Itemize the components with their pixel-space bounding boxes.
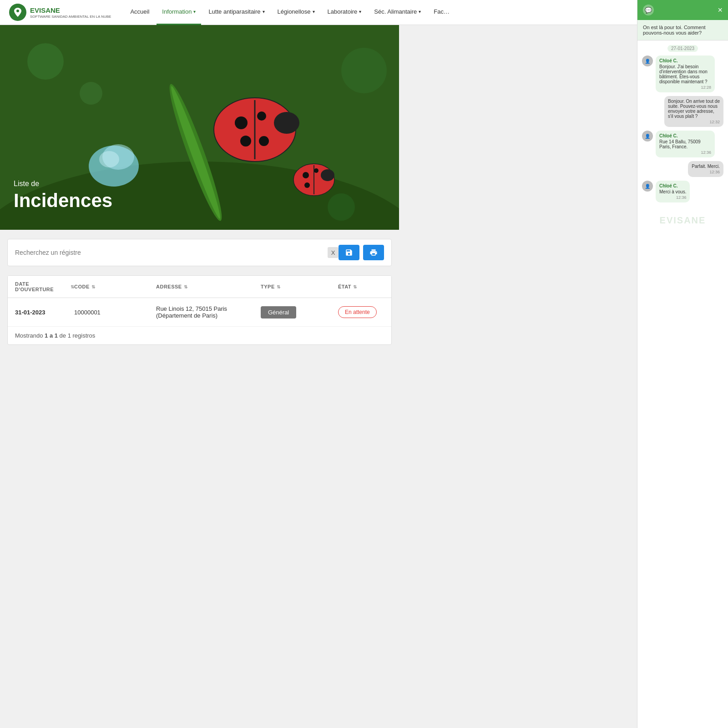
footer-text-prefix: Mostrando [15, 332, 45, 339]
nav-links: Accueil Information ▾ Lutte antiparasita… [125, 0, 455, 25]
state-badge: En attente [338, 306, 377, 318]
chat-text-5: Merci à vous. [659, 189, 686, 194]
print-button[interactable] [363, 245, 384, 260]
chat-text-3: Rue 14 Ballu, 75009 Paris, France. [659, 139, 711, 149]
main-content: X DATE D'OUVERTURE ⇅ [0, 230, 399, 354]
chat-text-1: Bonjour. J'ai besoin d'intervention dans… [659, 64, 711, 84]
page-wrapper: EVISANE SOFTWARE SANIDAD AMBIENTAL EN LA… [0, 0, 637, 354]
nav-item-legionellose[interactable]: Légionellose ▾ [272, 0, 320, 25]
col-header-date[interactable]: DATE D'OUVERTURE ⇅ [15, 281, 74, 292]
svg-point-14 [259, 136, 269, 146]
search-input[interactable] [15, 249, 324, 256]
chat-time-1: 12:28 [659, 85, 711, 90]
chat-message-1: 👤 Chloé C. Bonjour. J'ai besoin d'interv… [642, 56, 723, 92]
incidences-table: DATE D'OUVERTURE ⇅ CODE ⇅ ADRESSE ⇅ TYPE… [7, 275, 392, 345]
brand-name: EVISANE [30, 6, 60, 14]
chat-watermark: EVISANE [642, 215, 723, 226]
chat-text-2: Bonjour. On arrive tout de suite. Pouvez… [668, 99, 720, 119]
table-header: DATE D'OUVERTURE ⇅ CODE ⇅ ADRESSE ⇅ TYPE… [8, 276, 391, 298]
chat-sender-3: Chloé C. [659, 133, 711, 138]
logo: EVISANE SOFTWARE SANIDAD AMBIENTAL EN LA… [9, 4, 111, 21]
chat-message-5: 👤 Chloé C. Merci à vous. 12:36 [642, 181, 723, 202]
nav-item-accueil[interactable]: Accueil [125, 0, 155, 25]
chat-time-5: 12:36 [659, 195, 686, 200]
chevron-down-icon-laboratoire: ▾ [359, 9, 361, 14]
avatar-chloe-5: 👤 [642, 181, 653, 192]
chat-sender-5: Chloé C. [659, 183, 686, 188]
hero-title: Incidences [14, 190, 112, 212]
nav-label-legionellose: Légionellose [278, 8, 311, 15]
type-badge: Général [261, 306, 296, 318]
svg-point-6 [99, 151, 119, 167]
cell-type: Général [261, 306, 338, 318]
chevron-down-icon-lutte: ▾ [263, 9, 265, 14]
svg-point-19 [303, 172, 309, 178]
brand-tagline: SOFTWARE SANIDAD AMBIENTAL EN LA NUBE [30, 15, 111, 19]
navbar: EVISANE SOFTWARE SANIDAD AMBIENTAL EN LA… [0, 0, 637, 25]
col-label-etat: ÉTAT [338, 284, 351, 289]
svg-point-17 [321, 169, 334, 181]
chat-icon: 💬 [643, 5, 654, 15]
save-icon [345, 248, 353, 257]
hero-text-block: Liste de Incidences [14, 180, 112, 212]
col-header-code[interactable]: CODE ⇅ [74, 281, 156, 292]
avatar-chloe-1: 👤 [642, 56, 653, 66]
save-button[interactable] [339, 245, 359, 260]
logo-text-block: EVISANE SOFTWARE SANIDAD AMBIENTAL EN LA… [30, 6, 111, 19]
cell-state: En attente [338, 306, 392, 318]
search-bar: X [7, 239, 392, 266]
svg-point-9 [274, 112, 299, 134]
cell-address: Rue Linois 12, 75015 Paris (Département … [156, 305, 261, 319]
nav-label-information: Information [162, 8, 192, 15]
sort-icon-type: ⇅ [277, 284, 281, 289]
chat-panel: 💬 × On est là pour toi. Comment pouvons-… [637, 0, 728, 354]
footer-text-suffix: de 1 registros [58, 332, 95, 339]
chat-sender-1: Chloé C. [659, 58, 711, 63]
chat-header: 💬 × [637, 0, 728, 20]
sort-icon-etat: ⇅ [353, 284, 357, 289]
svg-point-11 [235, 116, 248, 129]
chat-text-4: Parfait. Merci. [692, 164, 720, 169]
chat-message-4: Parfait. Merci. 12:36 [642, 161, 723, 177]
sort-icon-code: ⇅ [91, 284, 96, 289]
col-label-date: DATE D'OUVERTURE [15, 281, 69, 292]
svg-point-22 [27, 43, 64, 80]
svg-point-21 [304, 182, 310, 188]
logo-icon [9, 4, 26, 21]
chat-time-2: 12:32 [668, 120, 720, 124]
chat-welcome-message: On est là pour toi. Comment pouvons-nous… [637, 20, 728, 40]
nav-label-lutte: Lutte antiparasitaire [208, 8, 260, 15]
col-header-type[interactable]: TYPE ⇅ [261, 281, 338, 292]
chat-bubble-2: Bonjour. On arrive tout de suite. Pouvez… [664, 96, 723, 127]
hero-section: Liste de Incidences [0, 25, 399, 230]
chevron-down-icon-sec: ▾ [419, 9, 421, 14]
chat-message-2: Bonjour. On arrive tout de suite. Pouvez… [642, 96, 723, 127]
print-icon [369, 248, 378, 257]
chat-bubble-4: Parfait. Merci. 12:36 [688, 161, 723, 177]
nav-item-information[interactable]: Information ▾ [157, 0, 201, 25]
col-header-etat[interactable]: ÉTAT ⇅ [338, 281, 392, 292]
nav-item-laboratoire[interactable]: Laboratoire ▾ [322, 0, 367, 25]
cell-code: 10000001 [74, 309, 156, 316]
logo-svg [12, 7, 23, 18]
search-actions [339, 245, 384, 260]
nav-item-lutte[interactable]: Lutte antiparasitaire ▾ [203, 0, 270, 25]
nav-item-sec[interactable]: Séc. Alimantaire ▾ [369, 0, 426, 25]
sort-icon-date: ⇅ [71, 284, 75, 289]
cell-date: 31-01-2023 [15, 309, 74, 316]
nav-item-fac[interactable]: Fac… [428, 0, 455, 25]
nav-label-sec: Séc. Alimantaire [374, 8, 417, 15]
svg-point-23 [80, 82, 102, 105]
col-label-code: CODE [74, 284, 90, 289]
col-label-adresse: ADRESSE [156, 284, 182, 289]
chat-messages-list: 27-01-2023 👤 Chloé C. Bonjour. J'ai beso… [637, 40, 728, 354]
svg-point-24 [341, 48, 387, 93]
chat-bubble-1: Chloé C. Bonjour. J'ai besoin d'interven… [656, 56, 715, 92]
search-clear-button[interactable]: X [328, 247, 339, 258]
col-header-adresse[interactable]: ADRESSE ⇅ [156, 281, 261, 292]
svg-point-12 [257, 111, 266, 121]
chat-time-3: 12:36 [659, 150, 711, 155]
footer-range: 1 a 1 [45, 332, 58, 339]
chat-close-button[interactable]: × [718, 6, 723, 14]
sort-icon-adresse: ⇅ [184, 284, 188, 289]
